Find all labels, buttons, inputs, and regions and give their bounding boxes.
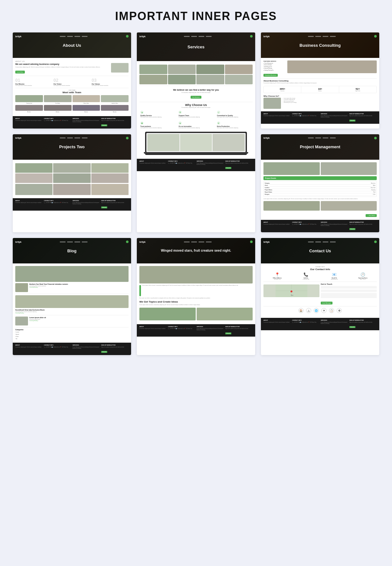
footer-services-text: Project Management Business Analysis Bus… bbox=[197, 328, 224, 331]
globe-icon: 🌐 bbox=[314, 308, 319, 313]
values-item: 03 Our Values Lorem ipsum dolor sit amet… bbox=[92, 77, 129, 86]
stat-workers: 18+ Workers bbox=[301, 86, 339, 93]
blog-card[interactable]: britpk Blog Hackers Can Steal Your Finan… bbox=[13, 238, 131, 355]
business-body: Consectetur adipiscing elit. Sed do eius… bbox=[263, 82, 377, 84]
footer-services-title: SERVICES bbox=[321, 319, 348, 321]
services-card[interactable]: britpk Services W bbox=[137, 32, 255, 232]
svg-text:Map: Map bbox=[291, 294, 294, 296]
stat-label: High Profile bbox=[340, 90, 375, 92]
footer-subscribe-btn[interactable]: Subscribe bbox=[349, 120, 355, 122]
footer-contact-title: CONTACT INFO bbox=[44, 200, 71, 201]
feature-title: On an innovation bbox=[178, 125, 213, 127]
pm-detail: Designer Colin bbox=[265, 193, 375, 196]
footer-about-title: ABOUT bbox=[263, 221, 291, 223]
feature-item: ♥ Support Team Lorem ipsum dolor sit ame… bbox=[178, 110, 214, 119]
business-btn[interactable]: Download Brochure bbox=[263, 74, 278, 77]
footer-services-text: Project Management Business Analysis Bus… bbox=[321, 224, 348, 226]
hours-value: Mon - Fri 9-5 bbox=[349, 279, 377, 280]
blog-read-more[interactable]: Continuing Reading → bbox=[29, 320, 46, 321]
footer-newsletter-title: SIGN UP NEWSLETTER bbox=[225, 326, 253, 327]
services-btn[interactable]: Our Services bbox=[191, 96, 201, 99]
footer-about-title: ABOUT bbox=[15, 200, 43, 201]
footer-newsletter-text: Sign up for updates & get greater pitch … bbox=[225, 163, 253, 164]
featured-label: FEATURED SERVICE bbox=[263, 60, 286, 62]
contact-us-card[interactable]: britpk Contact Us CONTACT INFO Our Conta… bbox=[261, 238, 379, 355]
team-member: Member bbox=[15, 105, 43, 113]
about-section-label: ABOUT US bbox=[15, 60, 129, 62]
footer-about-text: Consectetur adipiscing elit. Sed do eius… bbox=[263, 115, 291, 116]
project-management-card[interactable]: britpk Project Management Project Detail… bbox=[261, 134, 379, 232]
footer-contact-text: 📞 +123 456 789 📧 info@email.com 📍 123 St… bbox=[44, 120, 71, 121]
laptop-mockup bbox=[145, 132, 247, 155]
stat-number: 52+ bbox=[340, 87, 375, 90]
phone-icon: 📞 bbox=[292, 272, 320, 277]
about-us-card[interactable]: britpk About Us ABOUT US We are award wi… bbox=[13, 32, 131, 129]
pm-title: Project Management bbox=[300, 144, 340, 149]
contact-title: Contact Us bbox=[309, 248, 331, 253]
footer-contact-title: CONTACT INFO bbox=[292, 113, 319, 115]
name-field[interactable] bbox=[321, 286, 377, 289]
blog-hero: britpk Blog bbox=[13, 238, 131, 263]
services-img-grid bbox=[139, 65, 253, 84]
contact-hours: 🕐 Opening Hours Mon - Fri 9-5 bbox=[349, 272, 377, 280]
footer-subscribe-btn[interactable]: Subscribe bbox=[101, 351, 107, 353]
send-message-btn[interactable]: Send Message bbox=[321, 302, 332, 304]
footer-contact-text: 📞 +123 456 789 📧 info@email.com 📍 123 St… bbox=[168, 163, 195, 164]
footer-contact-text: 📞 +123 456 789 📧 info@email.com 📍 123 St… bbox=[44, 346, 71, 348]
footer-subscribe-btn[interactable]: Subscribe bbox=[101, 124, 107, 126]
footer-subscribe-btn[interactable]: Subscribe bbox=[349, 326, 355, 328]
hours-icon: 🕐 bbox=[349, 272, 377, 277]
stat-customer: 395+ Customer bbox=[264, 86, 301, 93]
message-field[interactable] bbox=[321, 293, 377, 298]
winged-card[interactable]: britpk Winged moved stars, fruit creatur… bbox=[137, 238, 255, 355]
footer-newsletter-text: Sign up for updates & get greater pitch … bbox=[349, 115, 377, 116]
team-member: Member bbox=[101, 105, 129, 113]
business-logo: britpk bbox=[263, 35, 270, 38]
phone-value: +1 234 567 890 bbox=[292, 279, 320, 280]
footer-newsletter-title: SIGN UP NEWSLETTER bbox=[349, 319, 377, 321]
svg-point-3 bbox=[290, 290, 292, 292]
footer-subscribe-btn[interactable]: Subscribe bbox=[225, 332, 231, 334]
footer-contact-title: CONTACT INFO bbox=[292, 221, 319, 223]
footer-contact-text: 📞 +123 456 789 📧 info@email.com 📍 123 St… bbox=[292, 115, 319, 116]
blog-read-more[interactable]: Continuing Reading → bbox=[29, 287, 68, 288]
projects-two-card[interactable]: britpk Projects Two bbox=[13, 134, 131, 232]
pm-detail: Project Status Ongoing bbox=[265, 189, 375, 191]
winged-main-image bbox=[139, 266, 253, 283]
footer-services-title: SERVICES bbox=[73, 344, 100, 346]
footer-subscribe-btn[interactable]: Subscribe bbox=[225, 167, 231, 169]
pm-detail: Location New York bbox=[265, 187, 375, 189]
pm-read-more-btn[interactable]: → Read More bbox=[366, 214, 377, 217]
about-btn[interactable]: Learn More bbox=[15, 71, 25, 73]
footer-contact-title: CONTACT INFO bbox=[292, 319, 319, 321]
footer-services-title: SERVICES bbox=[197, 160, 224, 162]
about-us-hero: britpk About Us bbox=[13, 32, 131, 58]
feature-title: Trust partners bbox=[140, 125, 175, 127]
contact-logo: britpk bbox=[263, 241, 270, 243]
email-value: info@email.com bbox=[321, 279, 348, 280]
footer-services-text: Project Management Business Analysis Bus… bbox=[73, 120, 100, 122]
feature-icon: ✓ bbox=[217, 111, 220, 114]
footer-subscribe-btn[interactable]: Subscribe bbox=[101, 206, 107, 208]
values-text: Lorem ipsum dolor sit amet consectetur bbox=[92, 85, 129, 86]
footer-subscribe-btn[interactable]: Subscribe bbox=[349, 228, 355, 230]
feature-icon: ▲ bbox=[178, 122, 182, 125]
feature-text: Lorem ipsum dolor sit amet consectetur a… bbox=[178, 117, 213, 118]
projects-grid-2 bbox=[15, 184, 129, 195]
email-field[interactable] bbox=[321, 290, 377, 292]
footer-newsletter-title: SIGN UP NEWSLETTER bbox=[101, 344, 129, 346]
clipboard-icon: 📋 bbox=[329, 308, 334, 313]
why-text: ✓ Lorem ipsum dolor sit amet ✓ Consectet… bbox=[283, 98, 377, 103]
projects-two-title: Projects Two bbox=[59, 144, 85, 149]
blog-post-title: Hackers Can Steal Your Financial mistake… bbox=[29, 283, 68, 285]
feature-text: Lorem ipsum dolor sit amet consectetur a… bbox=[217, 117, 252, 118]
footer-about-text: Consectetur adipiscing elit. Sed do eius… bbox=[139, 328, 167, 329]
blog-read-more-2[interactable]: Continuing Reading → bbox=[15, 312, 129, 314]
stat-label: Workers bbox=[303, 90, 337, 92]
business-consulting-card[interactable]: britpk Business Consulting FEATURED SERV… bbox=[261, 32, 379, 129]
topics-heading: We Get Topics and Create Ideas bbox=[139, 300, 253, 303]
projects-grid bbox=[15, 163, 129, 183]
footer-newsletter-title: SIGN UP NEWSLETTER bbox=[101, 118, 129, 119]
contact-icon-plane: ✈ bbox=[321, 308, 326, 314]
contact-icon-clipboard: 📋 bbox=[329, 308, 334, 314]
